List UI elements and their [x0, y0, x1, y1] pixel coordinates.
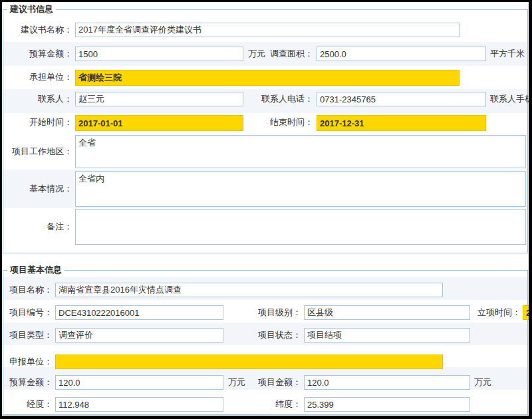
project-amount-label: 项目金额： [248, 375, 301, 390]
basic-info-label: 基本情况： [3, 182, 72, 196]
undertaker-input[interactable] [75, 70, 460, 86]
project-budget-label: 预算金额： [3, 375, 53, 390]
proposal-budget-input[interactable] [75, 47, 243, 61]
project-code-input[interactable] [55, 305, 223, 320]
project-budget-input[interactable] [55, 375, 223, 390]
latitude-input[interactable] [304, 397, 470, 412]
proposal-budget-label: 预算金额： [3, 47, 72, 61]
project-name-label: 项目名称： [3, 283, 53, 297]
remark-label: 备注： [3, 219, 72, 234]
end-time-input[interactable] [317, 115, 486, 131]
project-type-label: 项目类型： [3, 328, 53, 343]
survey-area-unit: 平方千米 [490, 47, 525, 61]
project-budget-unit: 万元 [228, 375, 245, 390]
work-region-label: 项目工作地区： [3, 144, 72, 159]
form-window: 建议书信息 建议书名称： 预算金额： 万元 调查面积： 平方千米 承担单位： 联… [0, 0, 532, 419]
approval-time-input[interactable] [523, 305, 532, 320]
project-info-section: 项目基本信息 项目名称： 项目编号： 项目级别： 立项时间： 项目类型： 项目状… [3, 270, 528, 415]
longitude-input[interactable] [55, 397, 223, 412]
contact-label: 联系人： [3, 92, 72, 106]
end-time-label: 结束时间： [260, 115, 313, 130]
survey-area-label: 调查面积： [260, 47, 313, 61]
start-time-input[interactable] [75, 115, 243, 131]
proposal-name-label: 建议书名称： [3, 23, 72, 37]
proposal-info-section: 建议书信息 建议书名称： 预算金额： 万元 调查面积： 平方千米 承担单位： 联… [3, 9, 528, 253]
survey-area-input[interactable] [317, 47, 486, 61]
project-code-label: 项目编号： [3, 305, 53, 320]
latitude-label: 纬度： [248, 397, 301, 412]
project-status-input[interactable] [304, 328, 470, 343]
applicant-input[interactable] [55, 354, 443, 369]
project-section-title: 项目基本信息 [7, 265, 65, 275]
proposal-name-input[interactable] [75, 23, 460, 37]
basic-info-textarea[interactable]: 全省内 [75, 171, 526, 207]
project-status-label: 项目状态： [248, 328, 301, 343]
start-time-label: 开始时间： [3, 115, 72, 130]
project-level-label: 项目级别： [248, 305, 301, 320]
project-name-input[interactable] [55, 283, 443, 297]
contact-phone-input[interactable] [317, 92, 486, 106]
project-type-input[interactable] [55, 328, 223, 343]
project-level-input[interactable] [304, 305, 470, 320]
contact-phone-label: 联系人电话： [260, 92, 313, 106]
contact-mobile-label: 联系人手机 [490, 92, 532, 106]
undertaker-label: 承担单位： [3, 70, 72, 84]
work-region-textarea[interactable]: 全省 [75, 135, 526, 168]
remark-textarea[interactable] [75, 209, 526, 245]
approval-time-label: 立项时间： [469, 305, 521, 320]
applicant-label: 申报单位： [3, 354, 53, 369]
project-amount-unit: 万元 [474, 375, 491, 390]
contact-input[interactable] [75, 92, 243, 106]
project-amount-input[interactable] [304, 375, 470, 390]
longitude-label: 经度： [3, 397, 53, 412]
proposal-section-title: 建议书信息 [7, 4, 56, 15]
